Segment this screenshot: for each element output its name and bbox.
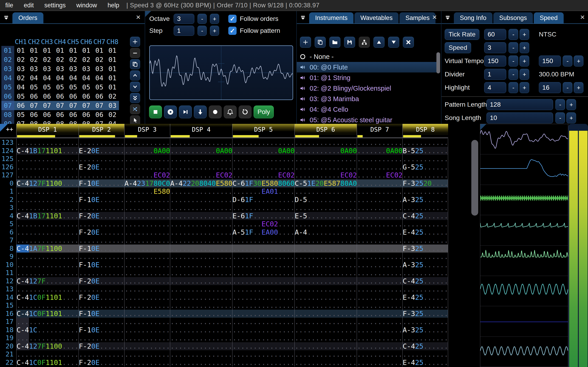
octave-input[interactable]: 3 xyxy=(174,14,194,24)
tab-instruments[interactable]: Instruments xyxy=(309,12,354,23)
collapse-icon[interactable] xyxy=(0,12,12,23)
pattern-cell[interactable]: ............... xyxy=(170,359,232,367)
pattern-cell[interactable]: ........... xyxy=(124,236,170,244)
pattern-cell[interactable]: ............... xyxy=(294,244,357,253)
move-order-up-button[interactable] xyxy=(130,70,140,81)
pattern-cell[interactable]: ............... xyxy=(294,220,357,228)
step-row-button[interactable] xyxy=(194,106,207,118)
channel-name[interactable]: DSP 3 xyxy=(124,124,170,135)
instrument-list-scrollbar[interactable] xyxy=(436,52,440,73)
pattern-cell[interactable]: ........... xyxy=(124,350,170,359)
pattern-cell[interactable]: A-4............ xyxy=(294,228,357,236)
pattern-cell[interactable]: ........... xyxy=(357,285,402,293)
order-cell[interactable]: 07 xyxy=(53,101,67,110)
order-cell[interactable]: 07 xyxy=(93,101,106,110)
pattern-cell[interactable]: D-61F.......... xyxy=(232,196,294,204)
pattern-cell[interactable]: A-325...... xyxy=(402,326,448,334)
pattern-cell[interactable]: A-51F..EA00.... xyxy=(232,228,294,236)
tick-rate-label[interactable]: Tick Rate xyxy=(445,29,479,40)
pattern-editor[interactable]: ++DSP 1DSP 2DSP 3DSP 4DSP 5DSP 6DSP 7DSP… xyxy=(0,124,480,367)
pattern-cell[interactable]: ............... xyxy=(232,326,294,334)
pattern-cell[interactable]: ........... xyxy=(124,261,170,269)
pattern-cell[interactable]: F-10E...... xyxy=(78,179,124,188)
pattern-cell[interactable]: ............... xyxy=(16,318,78,326)
pattern-row-124[interactable]: 124C-41B171101....E-20E.............0A00… xyxy=(0,147,448,155)
pattern-cell[interactable]: ............... xyxy=(170,350,232,359)
order-cell[interactable]: 05 xyxy=(27,83,40,92)
pattern-cell[interactable]: ........... xyxy=(402,350,448,359)
pattern-cell[interactable]: E-5............ xyxy=(294,212,357,220)
pattern-cell[interactable]: ........... xyxy=(78,204,124,212)
pattern-cell[interactable]: ............... xyxy=(170,301,232,310)
order-row-number[interactable]: 07 xyxy=(1,101,14,110)
pattern-cell[interactable]: ........... xyxy=(357,342,402,350)
speed-input[interactable]: 3 xyxy=(484,42,506,53)
channel-header-dsp-7[interactable]: DSP 7 xyxy=(357,124,402,138)
order-cell[interactable]: 01 xyxy=(40,46,53,55)
pattern-cell[interactable]: C-41A7F1100.... xyxy=(16,244,78,253)
order-cell[interactable]: 05 xyxy=(53,83,67,92)
pattern-cell[interactable]: ............... xyxy=(294,318,357,326)
pattern-cell[interactable]: ........... xyxy=(78,285,124,293)
pattern-length-input[interactable]: 128 xyxy=(486,99,553,110)
pattern-cell[interactable]: ........... xyxy=(78,155,124,163)
pattern-cell[interactable]: ........... xyxy=(402,155,448,163)
pattern-cell[interactable]: ........... xyxy=(124,269,170,277)
order-cell[interactable]: 06 xyxy=(93,110,106,119)
order-cell[interactable]: 06 xyxy=(53,92,67,101)
order-cell[interactable]: 04 xyxy=(53,73,67,83)
pattern-cell[interactable]: ............... xyxy=(170,196,232,204)
pattern-cell[interactable]: ............... xyxy=(16,285,78,293)
duplicate-order-end-button[interactable] xyxy=(130,93,140,103)
pattern-cell[interactable]: ...........0A00 xyxy=(170,147,232,155)
order-row-04[interactable]: 040204040404040401 xyxy=(1,73,119,83)
pattern-cell[interactable]: ........... xyxy=(78,187,124,196)
menu-window[interactable]: window xyxy=(71,2,102,9)
pattern-row-21[interactable]: 21......................................… xyxy=(0,350,448,359)
order-cell[interactable]: 04 xyxy=(14,83,27,92)
order-cell[interactable]: 03 xyxy=(106,101,119,110)
repeat-pattern-button[interactable] xyxy=(239,106,251,118)
song-length-input[interactable]: 10 xyxy=(486,112,553,123)
pattern-cell[interactable]: ........... xyxy=(357,212,402,220)
pattern-cell[interactable]: .......E580 xyxy=(124,187,170,196)
order-row-08[interactable]: 080506060606060602 xyxy=(1,110,119,119)
pattern-cell[interactable]: ............... xyxy=(16,350,78,359)
pattern-cell[interactable]: ............... xyxy=(170,261,232,269)
pattern-cell[interactable]: C-41C.......... xyxy=(16,326,78,334)
pattern-cell[interactable]: D-5............ xyxy=(294,196,357,204)
pattern-cell[interactable]: ............... xyxy=(16,139,78,147)
virtual-tempo-minus-button[interactable]: - xyxy=(509,56,518,67)
pattern-cell[interactable]: ........... xyxy=(124,310,170,318)
order-cell[interactable]: 01 xyxy=(80,46,93,55)
pattern-cell[interactable]: C-4127F........ xyxy=(16,277,78,285)
add-instrument-button[interactable] xyxy=(300,37,311,48)
tab-orders[interactable]: Orders xyxy=(12,12,43,23)
highlight-second-minus-button[interactable]: - xyxy=(563,82,572,93)
pattern-cell[interactable]: ............... xyxy=(16,220,78,228)
pattern-cell[interactable]: ........... xyxy=(357,326,402,334)
instrument-item[interactable]: 01: @1 String xyxy=(297,73,440,83)
pattern-cell[interactable]: .......EA01.... xyxy=(232,187,294,196)
pattern-cell[interactable]: ...........0A00 xyxy=(232,147,294,155)
order-cell[interactable]: 06 xyxy=(80,110,93,119)
pattern-cell[interactable]: ........... xyxy=(402,334,448,342)
channel-header-dsp-3[interactable]: DSP 3 xyxy=(124,124,170,138)
pattern-cell[interactable]: ............... xyxy=(294,163,357,171)
pattern-cell[interactable]: ............... xyxy=(294,252,357,261)
order-cell[interactable]: 06 xyxy=(53,110,67,119)
order-cell[interactable]: 01 xyxy=(106,83,119,92)
pattern-cell[interactable]: ........... xyxy=(357,179,402,188)
pattern-cell[interactable]: ........... xyxy=(357,350,402,359)
close-icon[interactable]: × xyxy=(133,12,143,22)
pattern-cell[interactable]: ........... xyxy=(402,252,448,261)
channel-header-dsp-5[interactable]: DSP 5 xyxy=(232,124,294,138)
menu-help[interactable]: help xyxy=(102,2,124,9)
pattern-cell[interactable]: C-4127F1100.... xyxy=(16,342,78,350)
pattern-cell[interactable]: .......0A00 xyxy=(357,147,402,155)
pattern-cell[interactable]: ........... xyxy=(124,342,170,350)
pattern-cell[interactable]: ........... xyxy=(357,163,402,171)
pattern-row-9[interactable]: 9.......................................… xyxy=(0,252,448,261)
close-icon[interactable]: × xyxy=(578,12,588,22)
pattern-cell[interactable]: F-20E...... xyxy=(78,228,124,236)
